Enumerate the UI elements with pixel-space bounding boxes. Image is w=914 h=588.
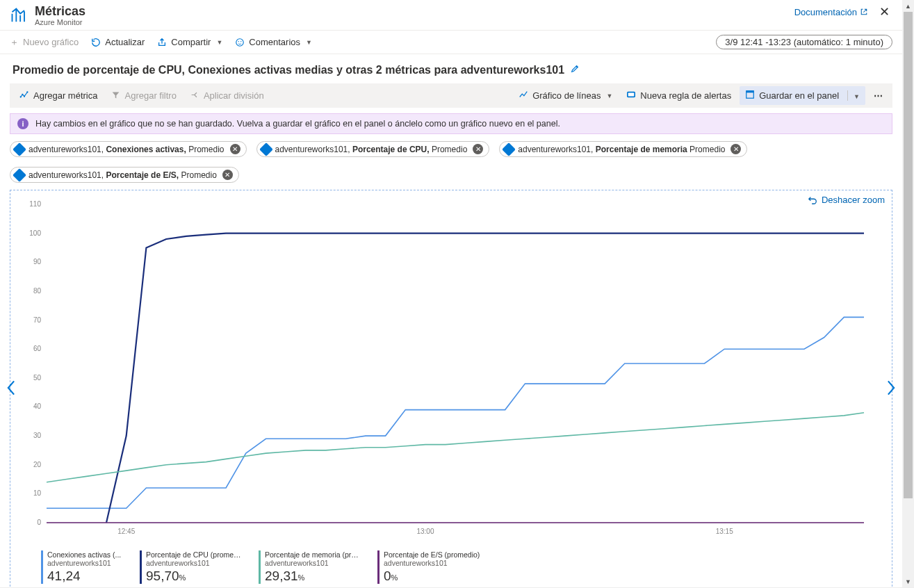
undo-icon xyxy=(808,195,817,205)
split-icon xyxy=(190,90,199,101)
prev-chart-button[interactable] xyxy=(2,376,20,404)
svg-text:80: 80 xyxy=(33,287,42,295)
resource-icon xyxy=(502,142,516,156)
metric-pill[interactable]: adventureworks101, Porcentaje de E/S, Pr… xyxy=(10,167,239,183)
documentation-link[interactable]: Documentación xyxy=(794,7,868,17)
unsaved-changes-banner: i Hay cambios en el gráfico que no se ha… xyxy=(10,113,892,134)
chart-title: Promedio de porcentaje de CPU, Conexione… xyxy=(13,64,564,76)
new-alert-button[interactable]: Nueva regla de alertas xyxy=(621,87,737,104)
time-range-picker[interactable]: 3/9 12:41 -13:23 (automático: 1 minuto) xyxy=(716,35,892,49)
vertical-scrollbar[interactable]: ▲ ▼ xyxy=(902,0,914,587)
pin-icon xyxy=(745,90,755,101)
svg-point-1 xyxy=(238,40,239,41)
svg-text:20: 20 xyxy=(33,461,42,468)
scroll-down-button[interactable]: ▼ xyxy=(902,575,914,587)
new-chart-button[interactable]: ＋ Nuevo gráfico xyxy=(10,36,79,49)
svg-point-3 xyxy=(20,96,22,97)
page-title: Métricas xyxy=(35,4,85,18)
page-subtitle: Azure Monitor xyxy=(35,18,85,26)
scroll-up-button[interactable]: ▲ xyxy=(902,0,914,12)
remove-pill-icon[interactable]: ✕ xyxy=(473,144,483,154)
svg-text:13:00: 13:00 xyxy=(416,528,434,535)
legend-item[interactable]: Conexiones activas (... adventureworks10… xyxy=(41,550,124,584)
remove-pill-icon[interactable]: ✕ xyxy=(731,144,741,154)
feedback-button[interactable]: Comentarios ▼ xyxy=(235,37,312,47)
remove-pill-icon[interactable]: ✕ xyxy=(230,144,240,154)
metric-icon xyxy=(19,90,29,101)
metric-pills: adventureworks101, Conexiones activas, P… xyxy=(0,134,902,186)
command-bar: ＋ Nuevo gráfico Actualizar Compartir ▼ C… xyxy=(0,30,902,54)
metrics-icon xyxy=(10,6,29,27)
share-icon xyxy=(157,38,167,47)
chart-toolbar: Agregar métrica Agregar filtro Aplicar d… xyxy=(10,83,892,108)
chevron-down-icon: ▼ xyxy=(854,93,860,100)
page-header: Métricas Azure Monitor Documentación ✕ xyxy=(0,0,902,30)
chart-area: Deshacer zoom 01020304050607080901001101… xyxy=(10,190,892,588)
legend-item[interactable]: Porcentaje de CPU (promedio) adventurewo… xyxy=(140,550,243,584)
more-button[interactable]: ⋯ xyxy=(868,87,888,104)
filter-icon xyxy=(111,90,120,101)
undo-zoom-button[interactable]: Deshacer zoom xyxy=(808,195,885,205)
legend-item[interactable]: Porcentaje de memoria (promedio) adventu… xyxy=(259,550,362,584)
svg-point-2 xyxy=(240,40,241,41)
svg-text:0: 0 xyxy=(37,518,41,526)
remove-pill-icon[interactable]: ✕ xyxy=(222,170,233,180)
svg-text:70: 70 xyxy=(33,316,42,324)
chevron-down-icon: ▼ xyxy=(606,92,612,99)
share-button[interactable]: Compartir ▼ xyxy=(157,37,222,47)
smiley-icon xyxy=(235,38,245,47)
metric-pill[interactable]: adventureworks101, Porcentaje de memoria… xyxy=(499,141,747,157)
refresh-icon xyxy=(91,38,101,47)
pin-split-button[interactable]: ▼ xyxy=(847,90,860,101)
apply-split-button[interactable]: Aplicar división xyxy=(185,87,270,105)
svg-text:30: 30 xyxy=(33,432,42,439)
legend-item[interactable]: Porcentaje de E/S (promedio) adventurewo… xyxy=(377,550,480,584)
line-chart-icon xyxy=(519,90,528,101)
svg-text:60: 60 xyxy=(33,345,42,352)
svg-text:10: 10 xyxy=(33,489,42,497)
alert-icon xyxy=(626,90,636,101)
svg-text:13:15: 13:15 xyxy=(716,528,733,535)
svg-point-5 xyxy=(24,95,25,97)
chart-type-button[interactable]: Gráfico de líneas ▼ xyxy=(513,86,618,105)
edit-title-icon[interactable] xyxy=(570,64,580,76)
resource-icon xyxy=(259,142,273,156)
svg-rect-8 xyxy=(628,92,635,96)
svg-text:40: 40 xyxy=(33,402,42,410)
chart-title-row: Promedio de porcentaje de CPU, Conexione… xyxy=(0,54,902,81)
svg-point-0 xyxy=(236,38,244,46)
metric-pill[interactable]: adventureworks101, Porcentaje de CPU, Pr… xyxy=(256,141,490,157)
svg-text:90: 90 xyxy=(33,258,42,266)
plus-icon: ＋ xyxy=(10,36,19,49)
next-chart-button[interactable] xyxy=(882,376,900,404)
resource-icon xyxy=(13,168,26,182)
info-icon: i xyxy=(17,118,28,129)
svg-text:110: 110 xyxy=(29,200,41,208)
chart-legend: Conexiones activas (... adventureworks10… xyxy=(41,550,885,584)
svg-rect-10 xyxy=(746,91,754,93)
pin-to-dashboard-button[interactable]: Guardar en el panel ▼ xyxy=(740,86,865,105)
chevron-down-icon: ▼ xyxy=(216,39,222,46)
metric-pill[interactable]: adventureworks101, Conexiones activas, P… xyxy=(10,141,247,157)
refresh-button[interactable]: Actualizar xyxy=(91,37,145,47)
svg-point-6 xyxy=(26,91,28,92)
line-chart[interactable]: 010203040506070809010011012:4513:0013:15 xyxy=(10,190,871,537)
notice-text: Hay cambios en el gráfico que no se han … xyxy=(35,119,560,129)
svg-text:100: 100 xyxy=(29,229,41,237)
svg-point-4 xyxy=(22,94,23,95)
close-icon[interactable]: ✕ xyxy=(876,4,892,19)
add-filter-button[interactable]: Agregar filtro xyxy=(106,87,181,105)
chevron-down-icon: ▼ xyxy=(306,39,312,46)
add-metric-button[interactable]: Agregar métrica xyxy=(14,86,103,105)
resource-icon xyxy=(13,142,26,156)
scroll-thumb[interactable] xyxy=(904,12,913,498)
external-link-icon xyxy=(860,8,868,16)
svg-text:12:45: 12:45 xyxy=(117,528,135,535)
svg-text:50: 50 xyxy=(33,374,42,382)
